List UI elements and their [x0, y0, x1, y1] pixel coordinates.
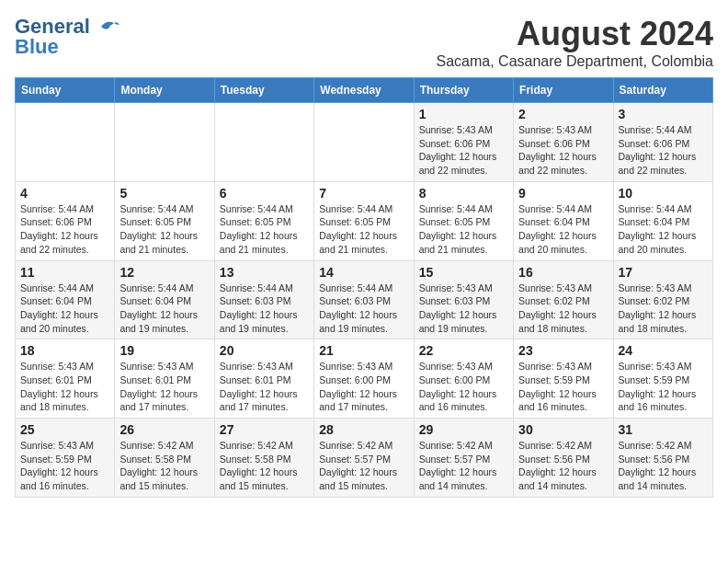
week-row-5: 25Sunrise: 5:43 AM Sunset: 5:59 PM Dayli…	[16, 419, 713, 498]
header-day-friday: Friday	[514, 78, 613, 103]
cell-detail: Sunrise: 5:42 AM Sunset: 5:58 PM Dayligh…	[119, 439, 209, 493]
calendar-cell: 3Sunrise: 5:44 AM Sunset: 6:06 PM Daylig…	[613, 103, 712, 182]
cell-detail: Sunrise: 5:44 AM Sunset: 6:04 PM Dayligh…	[518, 202, 608, 257]
calendar-cell: 2Sunrise: 5:43 AM Sunset: 6:06 PM Daylig…	[514, 103, 613, 182]
header: General Blue August 2024 Sacama, Casanar…	[15, 15, 713, 70]
cell-detail: Sunrise: 5:44 AM Sunset: 6:05 PM Dayligh…	[119, 202, 209, 257]
header-day-wednesday: Wednesday	[314, 78, 414, 103]
cell-day-number: 12	[119, 265, 209, 280]
header-row: SundayMondayTuesdayWednesdayThursdayFrid…	[16, 78, 713, 103]
cell-detail: Sunrise: 5:43 AM Sunset: 6:02 PM Dayligh…	[518, 282, 608, 336]
calendar-cell: 10Sunrise: 5:44 AM Sunset: 6:04 PM Dayli…	[613, 181, 712, 260]
calendar-cell: 5Sunrise: 5:44 AM Sunset: 6:05 PM Daylig…	[115, 181, 214, 260]
cell-detail: Sunrise: 5:42 AM Sunset: 5:57 PM Dayligh…	[319, 439, 408, 493]
calendar-cell: 27Sunrise: 5:42 AM Sunset: 5:58 PM Dayli…	[214, 419, 313, 498]
calendar-cell: 30Sunrise: 5:42 AM Sunset: 5:56 PM Dayli…	[514, 419, 613, 498]
cell-day-number: 31	[619, 422, 708, 437]
calendar-cell: 28Sunrise: 5:42 AM Sunset: 5:57 PM Dayli…	[314, 419, 414, 498]
cell-day-number: 14	[319, 265, 408, 280]
cell-day-number: 28	[319, 422, 408, 437]
cell-day-number: 2	[518, 107, 608, 121]
calendar-subtitle: Sacama, Casanare Department, Colombia	[437, 53, 713, 70]
cell-detail: Sunrise: 5:43 AM Sunset: 6:01 PM Dayligh…	[220, 360, 309, 414]
cell-detail: Sunrise: 5:42 AM Sunset: 5:56 PM Dayligh…	[518, 439, 608, 493]
calendar-cell: 8Sunrise: 5:44 AM Sunset: 6:05 PM Daylig…	[414, 181, 513, 260]
cell-detail: Sunrise: 5:44 AM Sunset: 6:04 PM Dayligh…	[119, 282, 209, 336]
cell-detail: Sunrise: 5:43 AM Sunset: 5:59 PM Dayligh…	[518, 360, 608, 414]
cell-day-number: 9	[518, 186, 608, 201]
calendar-cell: 6Sunrise: 5:44 AM Sunset: 6:05 PM Daylig…	[214, 181, 313, 260]
cell-day-number: 1	[419, 107, 508, 121]
calendar-cell: 25Sunrise: 5:43 AM Sunset: 5:59 PM Dayli…	[16, 419, 115, 498]
cell-detail: Sunrise: 5:43 AM Sunset: 6:00 PM Dayligh…	[419, 360, 508, 414]
calendar-cell: 26Sunrise: 5:42 AM Sunset: 5:58 PM Dayli…	[115, 419, 214, 498]
calendar-cell: 18Sunrise: 5:43 AM Sunset: 6:01 PM Dayli…	[16, 339, 115, 419]
cell-day-number: 20	[220, 343, 309, 358]
calendar-cell: 29Sunrise: 5:42 AM Sunset: 5:57 PM Dayli…	[414, 419, 513, 498]
cell-detail: Sunrise: 5:44 AM Sunset: 6:03 PM Dayligh…	[319, 282, 408, 336]
cell-detail: Sunrise: 5:42 AM Sunset: 5:58 PM Dayligh…	[220, 439, 309, 493]
calendar-cell: 21Sunrise: 5:43 AM Sunset: 6:00 PM Dayli…	[314, 339, 414, 419]
cell-day-number: 13	[220, 265, 309, 280]
cell-detail: Sunrise: 5:44 AM Sunset: 6:04 PM Dayligh…	[619, 202, 708, 257]
calendar-cell: 15Sunrise: 5:43 AM Sunset: 6:03 PM Dayli…	[414, 260, 513, 339]
cell-day-number: 10	[619, 186, 708, 201]
calendar-title: August 2024	[437, 15, 713, 53]
cell-day-number: 19	[119, 343, 209, 358]
calendar-cell	[314, 103, 414, 182]
cell-day-number: 8	[419, 186, 508, 201]
calendar-cell: 31Sunrise: 5:42 AM Sunset: 5:56 PM Dayli…	[613, 419, 712, 498]
cell-detail: Sunrise: 5:42 AM Sunset: 5:56 PM Dayligh…	[619, 439, 708, 493]
calendar-table: SundayMondayTuesdayWednesdayThursdayFrid…	[15, 77, 713, 498]
calendar-cell: 22Sunrise: 5:43 AM Sunset: 6:00 PM Dayli…	[414, 339, 513, 419]
cell-detail: Sunrise: 5:44 AM Sunset: 6:05 PM Dayligh…	[220, 202, 309, 257]
cell-detail: Sunrise: 5:44 AM Sunset: 6:06 PM Dayligh…	[619, 123, 708, 178]
cell-detail: Sunrise: 5:43 AM Sunset: 6:02 PM Dayligh…	[619, 282, 708, 336]
calendar-cell	[115, 103, 214, 182]
cell-day-number: 5	[119, 186, 209, 201]
calendar-cell: 14Sunrise: 5:44 AM Sunset: 6:03 PM Dayli…	[314, 260, 414, 339]
week-row-4: 18Sunrise: 5:43 AM Sunset: 6:01 PM Dayli…	[16, 339, 713, 419]
cell-day-number: 25	[20, 422, 109, 437]
cell-detail: Sunrise: 5:44 AM Sunset: 6:03 PM Dayligh…	[220, 282, 309, 336]
cell-detail: Sunrise: 5:43 AM Sunset: 5:59 PM Dayligh…	[619, 360, 708, 414]
calendar-cell: 7Sunrise: 5:44 AM Sunset: 6:05 PM Daylig…	[314, 181, 414, 260]
week-row-3: 11Sunrise: 5:44 AM Sunset: 6:04 PM Dayli…	[16, 260, 713, 339]
cell-detail: Sunrise: 5:43 AM Sunset: 6:03 PM Dayligh…	[419, 282, 508, 336]
cell-detail: Sunrise: 5:44 AM Sunset: 6:05 PM Dayligh…	[319, 202, 408, 257]
calendar-cell: 23Sunrise: 5:43 AM Sunset: 5:59 PM Dayli…	[514, 339, 613, 419]
header-day-saturday: Saturday	[613, 78, 712, 103]
cell-detail: Sunrise: 5:43 AM Sunset: 6:01 PM Dayligh…	[20, 360, 109, 414]
cell-day-number: 24	[619, 343, 708, 358]
cell-day-number: 22	[419, 343, 508, 358]
cell-detail: Sunrise: 5:43 AM Sunset: 6:00 PM Dayligh…	[319, 360, 408, 414]
calendar-cell	[214, 103, 313, 182]
cell-day-number: 3	[619, 107, 708, 121]
cell-day-number: 15	[419, 265, 508, 280]
cell-detail: Sunrise: 5:44 AM Sunset: 6:04 PM Dayligh…	[20, 282, 109, 336]
cell-detail: Sunrise: 5:43 AM Sunset: 6:06 PM Dayligh…	[419, 123, 508, 178]
cell-detail: Sunrise: 5:44 AM Sunset: 6:06 PM Dayligh…	[20, 202, 109, 257]
header-day-thursday: Thursday	[414, 78, 513, 103]
cell-day-number: 11	[20, 265, 109, 280]
cell-day-number: 30	[518, 422, 608, 437]
calendar-body: 1Sunrise: 5:43 AM Sunset: 6:06 PM Daylig…	[16, 103, 713, 498]
cell-day-number: 23	[518, 343, 608, 358]
cell-detail: Sunrise: 5:43 AM Sunset: 6:06 PM Dayligh…	[518, 123, 608, 178]
calendar-cell: 16Sunrise: 5:43 AM Sunset: 6:02 PM Dayli…	[514, 260, 613, 339]
cell-detail: Sunrise: 5:43 AM Sunset: 5:59 PM Dayligh…	[20, 439, 109, 493]
cell-detail: Sunrise: 5:42 AM Sunset: 5:57 PM Dayligh…	[419, 439, 508, 493]
cell-day-number: 27	[220, 422, 309, 437]
calendar-cell: 13Sunrise: 5:44 AM Sunset: 6:03 PM Dayli…	[214, 260, 313, 339]
cell-detail: Sunrise: 5:44 AM Sunset: 6:05 PM Dayligh…	[419, 202, 508, 257]
calendar-cell: 9Sunrise: 5:44 AM Sunset: 6:04 PM Daylig…	[514, 181, 613, 260]
cell-detail: Sunrise: 5:43 AM Sunset: 6:01 PM Dayligh…	[119, 360, 209, 414]
logo: General Blue	[15, 15, 119, 59]
cell-day-number: 26	[119, 422, 209, 437]
cell-day-number: 7	[319, 186, 408, 201]
logo-text-blue: Blue	[15, 35, 59, 59]
calendar-cell: 11Sunrise: 5:44 AM Sunset: 6:04 PM Dayli…	[16, 260, 115, 339]
header-day-sunday: Sunday	[16, 78, 115, 103]
header-day-monday: Monday	[115, 78, 214, 103]
cell-day-number: 18	[20, 343, 109, 358]
